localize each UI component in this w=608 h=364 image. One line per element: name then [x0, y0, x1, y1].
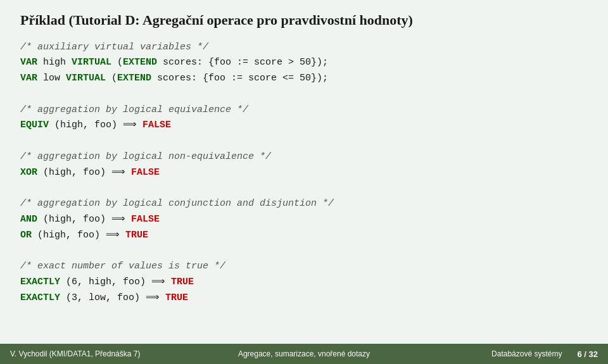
line-comment-5: /* exact number of values is true */ — [20, 259, 588, 275]
line-blank-3 — [20, 180, 588, 196]
line-comment-2: /* aggregation by logical equivalence */ — [20, 103, 588, 118]
line-equiv: EQUIV (high, foo) ⟹ FALSE — [20, 118, 588, 134]
slide-title: Příklad (Tutorial D: Agregační operace p… — [20, 11, 588, 30]
line-var-high: VAR high VIRTUAL (EXTEND scores: {foo :=… — [20, 55, 588, 71]
line-exactly-2: EXACTLY (3, low, foo) ⟹ TRUE — [20, 291, 588, 306]
line-comment-1: /* auxiliary virtual variables */ — [20, 40, 588, 56]
line-comment-4: /* aggregation by logical conjunction an… — [20, 196, 588, 212]
slide-content: Příklad (Tutorial D: Agregační operace p… — [0, 0, 608, 344]
line-xor: XOR (high, foo) ⟹ FALSE — [20, 165, 588, 181]
line-and: AND (high, foo) ⟹ FALSE — [20, 212, 588, 228]
line-or: OR (high, foo) ⟹ TRUE — [20, 228, 588, 244]
line-blank-4 — [20, 243, 588, 259]
line-exactly-1: EXACTLY (6, high, foo) ⟹ TRUE — [20, 275, 588, 291]
line-var-low: VAR low VIRTUAL (EXTEND scores: {foo := … — [20, 71, 588, 87]
footer-right: Databázové systémy 6 / 32 — [402, 349, 598, 359]
line-blank-2 — [20, 134, 588, 149]
line-comment-3: /* aggregation by logical non-equivalenc… — [20, 149, 588, 165]
footer-left: V. Vychodil (KMI/DATA1, Přednáška 7) — [10, 349, 206, 358]
code-block: /* auxiliary virtual variables */ VAR hi… — [20, 40, 588, 336]
footer-bar: V. Vychodil (KMI/DATA1, Přednáška 7) Agr… — [0, 344, 608, 364]
line-blank-1 — [20, 87, 588, 103]
footer-page: 6 / 32 — [577, 349, 598, 359]
footer-db-label: Databázové systémy — [491, 349, 562, 358]
footer-center: Agregace, sumarizace, vnořené dotazy — [206, 349, 402, 358]
